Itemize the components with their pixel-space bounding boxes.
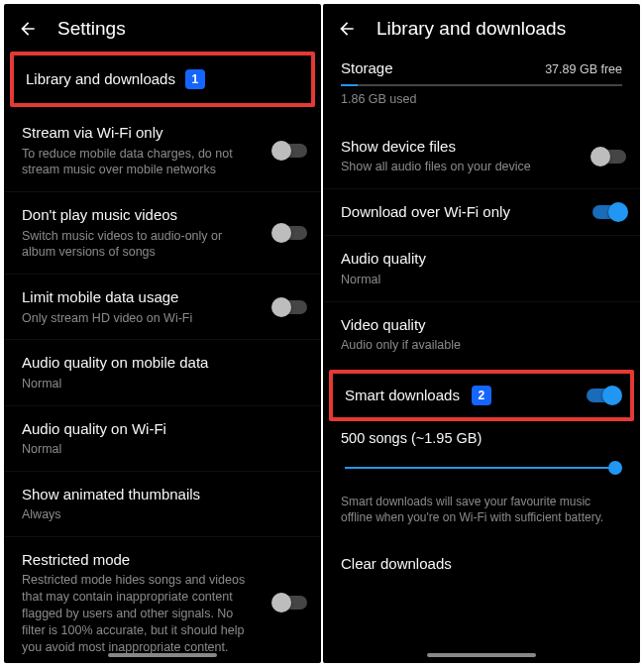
smart-downloads-label: Smart downloads (345, 387, 460, 403)
smart-downloads-toggle[interactable] (587, 389, 620, 402)
page-title: Library and downloads (376, 18, 566, 40)
row-sub: Only stream HD video on Wi-Fi (22, 310, 303, 327)
storage-free: 37.89 GB free (545, 62, 622, 76)
row-title: Video quality (341, 315, 622, 335)
page-title: Settings (57, 18, 126, 40)
slider-note: Smart downloads will save your favourite… (341, 494, 622, 527)
no-music-video-toggle[interactable] (273, 226, 307, 240)
row-title: Limit mobile data usage (22, 287, 303, 307)
row-title: Audio quality (341, 249, 622, 269)
audio-quality-mobile-row[interactable]: Audio quality on mobile data Normal (4, 340, 321, 405)
library-downloads-row[interactable]: Library and downloads 1 (10, 52, 315, 107)
step-badge-2: 2 (472, 386, 491, 405)
show-device-files-row[interactable]: Show device files Show all audio files o… (323, 124, 640, 189)
row-title: Don't play music videos (22, 205, 303, 225)
row-title: Download over Wi-Fi only (341, 202, 622, 222)
restricted-mode-row[interactable]: Restricted mode Restricted mode hides so… (4, 537, 321, 663)
library-downloads-screen: Library and downloads Storage 37.89 GB f… (323, 4, 640, 663)
header: Settings (4, 4, 321, 50)
stream-wifi-row[interactable]: Stream via Wi-Fi only To reduce mobile d… (4, 110, 321, 192)
download-wifi-toggle[interactable] (592, 205, 626, 219)
storage-bar-fill (341, 84, 358, 86)
limit-data-row[interactable]: Limit mobile data usage Only stream HD v… (4, 275, 321, 340)
back-icon[interactable] (337, 19, 357, 39)
download-wifi-row[interactable]: Download over Wi-Fi only (323, 189, 640, 236)
smart-downloads-row[interactable]: Smart downloads 2 (329, 370, 634, 421)
row-sub: Restricted mode hides songs and videos t… (22, 572, 303, 655)
settings-screen: Settings Library and downloads 1 Stream … (4, 4, 321, 663)
smart-downloads-slider-block: 500 songs (~1.95 GB) Smart downloads wil… (323, 424, 640, 537)
home-indicator[interactable] (108, 653, 217, 657)
restricted-mode-toggle[interactable] (273, 596, 307, 610)
row-sub: Switch music videos to audio-only or alb… (22, 228, 303, 262)
row-sub: Audio only if available (341, 337, 622, 354)
stream-wifi-toggle[interactable] (273, 144, 307, 158)
row-sub: Normal (22, 441, 303, 458)
slider-label: 500 songs (~1.95 GB) (341, 430, 622, 446)
thumbnails-row[interactable]: Show animated thumbnails Always (4, 472, 321, 537)
no-music-video-row[interactable]: Don't play music videos Switch music vid… (4, 192, 321, 275)
back-icon[interactable] (18, 19, 38, 39)
row-sub: Normal (341, 272, 622, 288)
row-sub: To reduce mobile data charges, do not st… (22, 146, 303, 179)
row-title: Audio quality on Wi-Fi (22, 419, 303, 439)
storage-label: Storage (341, 59, 393, 76)
step-badge-1: 1 (185, 69, 205, 89)
audio-quality-wifi-row[interactable]: Audio quality on Wi-Fi Normal (4, 406, 321, 472)
songs-slider[interactable] (341, 456, 622, 480)
storage-used: 1.86 GB used (341, 92, 622, 106)
row-title: Restricted mode (22, 550, 303, 570)
storage-block: Storage 37.89 GB free 1.86 GB used (323, 50, 640, 110)
row-sub: Always (22, 506, 303, 523)
row-title: Show animated thumbnails (22, 485, 303, 504)
row-title: Show device files (341, 137, 622, 157)
clear-downloads-row[interactable]: Clear downloads (323, 536, 640, 587)
storage-bar (341, 84, 622, 86)
show-device-files-toggle[interactable] (592, 150, 626, 164)
library-downloads-label: Library and downloads (26, 69, 175, 89)
home-indicator[interactable] (427, 653, 536, 657)
row-title: Stream via Wi-Fi only (22, 123, 303, 143)
row-title: Audio quality on mobile data (22, 353, 303, 373)
video-quality-row[interactable]: Video quality Audio only if available (323, 302, 640, 367)
row-sub: Show all audio files on your device (341, 159, 622, 175)
audio-quality-row[interactable]: Audio quality Normal (323, 236, 640, 301)
header: Library and downloads (323, 4, 640, 50)
limit-data-toggle[interactable] (273, 300, 307, 314)
row-sub: Normal (22, 376, 303, 392)
row-title: Clear downloads (341, 554, 622, 574)
